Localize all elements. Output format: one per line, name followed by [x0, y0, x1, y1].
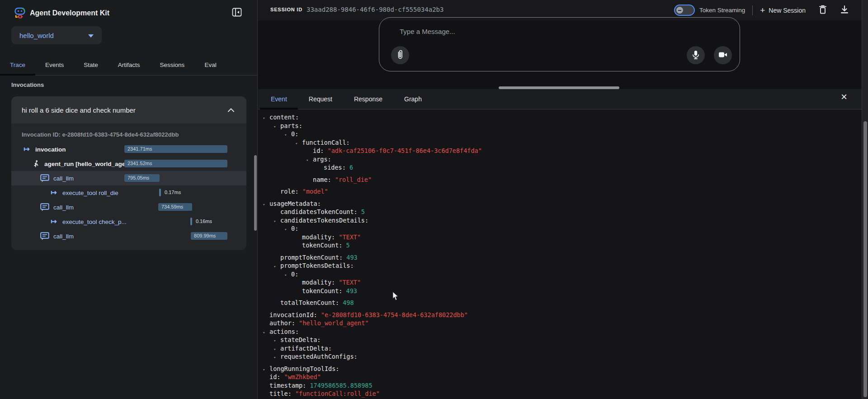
- sidebar-tab-bar: TraceEventsStateArtifactsSessionsEval: [0, 55, 257, 76]
- json-key: role:: [280, 188, 302, 195]
- detail-tab-response[interactable]: Response: [343, 89, 393, 109]
- span-timeline: 795.05ms: [124, 174, 227, 182]
- duration-label: 0.17ms: [165, 189, 181, 196]
- json-value: "wmZhkbed": [284, 373, 321, 380]
- duration-bar: 734.59ms: [158, 203, 192, 211]
- attach-file-button[interactable]: [391, 46, 409, 64]
- new-session-button[interactable]: + New Session: [760, 6, 806, 14]
- close-panel-button[interactable]: ×: [841, 91, 847, 102]
- app-select-dropdown[interactable]: hello_world: [11, 26, 102, 44]
- trace-span-row[interactable]: ↦execute_tool roll_die0.17ms: [11, 185, 246, 200]
- invocation-id: Invocation ID: e-2808fd10-6383-4754-8de4…: [22, 131, 246, 138]
- sidebar-tab-eval[interactable]: Eval: [194, 55, 226, 75]
- json-key: candidatesTokensDetails:: [280, 217, 368, 224]
- json-line: modality: "TEXT": [258, 278, 862, 287]
- collapse-sidebar-button[interactable]: [231, 7, 243, 19]
- chevron-down-icon: [88, 31, 94, 39]
- json-value: "functionCall:roll_die": [295, 390, 380, 397]
- trace-span-row[interactable]: call_llm809.99ms: [11, 229, 246, 243]
- page-scrollbar-thumb[interactable]: [863, 121, 867, 397]
- collapse-triangle-icon[interactable]: ▾: [274, 262, 280, 271]
- span-label: call_llm: [53, 233, 74, 240]
- span-label: call_llm: [53, 175, 74, 182]
- trace-span-row[interactable]: ↦execute_tool check_p...0.16ms: [11, 214, 246, 229]
- json-line: ▾usageMetadata:: [258, 200, 862, 208]
- invocation-title: hi roll a 6 side dice and check number: [22, 106, 136, 114]
- json-line: ▾args:: [258, 155, 862, 164]
- json-line: modality: "TEXT": [258, 233, 862, 242]
- collapse-triangle-icon[interactable]: ▾: [263, 200, 269, 209]
- json-key: requestedAuthConfigs:: [280, 353, 358, 360]
- message-input[interactable]: [400, 28, 671, 35]
- json-key: author:: [269, 319, 299, 327]
- enter-arrow-icon: ↦: [49, 218, 59, 225]
- sidebar-tab-artifacts[interactable]: Artifacts: [108, 55, 150, 75]
- video-camera-button[interactable]: [714, 46, 732, 64]
- invocation-card-body: Invocation ID: e-2808fd10-6383-4754-8de4…: [11, 131, 246, 243]
- json-line: tokenCount: 493: [258, 287, 862, 295]
- json-key: invocationId:: [269, 311, 321, 318]
- collapse-triangle-icon[interactable]: ▾: [274, 217, 280, 226]
- collapse-triangle-icon[interactable]: ▾: [295, 139, 302, 148]
- json-key: actions:: [269, 328, 299, 335]
- collapse-triangle-icon[interactable]: ▾: [284, 131, 291, 139]
- json-key: promptTokenCount:: [280, 254, 346, 261]
- span-timeline: 734.59ms: [124, 203, 227, 211]
- duration-label: 0.16ms: [196, 218, 212, 225]
- json-key: promptTokensDetails:: [280, 262, 354, 269]
- json-line: ▾actions:: [258, 328, 862, 336]
- token-streaming-toggle[interactable]: [674, 5, 695, 16]
- collapse-triangle-icon[interactable]: ▾: [274, 353, 280, 362]
- span-timeline: 2341.52ms: [124, 160, 227, 168]
- json-key: 0:: [291, 225, 298, 232]
- trace-span-row[interactable]: agent_run [hello_world_agent]2341.52ms: [11, 157, 246, 171]
- collapse-triangle-icon[interactable]: ▾: [263, 114, 269, 123]
- adk-logo-icon: [13, 6, 27, 22]
- collapse-triangle-icon[interactable]: ▾: [274, 337, 280, 345]
- sidebar-tab-state[interactable]: State: [74, 55, 108, 75]
- microphone-button[interactable]: [687, 46, 705, 64]
- collapse-triangle-icon[interactable]: ▾: [284, 271, 291, 280]
- json-line: ▾functionCall:: [258, 138, 862, 147]
- sidebar-tab-sessions[interactable]: Sessions: [150, 55, 195, 75]
- span-label: agent_run [hello_world_agent]: [44, 161, 133, 167]
- trace-span-row[interactable]: call_llm734.59ms: [11, 200, 246, 214]
- json-key: tokenCount:: [302, 242, 346, 249]
- invocation-card-header[interactable]: hi roll a 6 side dice and check number: [11, 96, 246, 124]
- sidebar-tab-trace[interactable]: Trace: [0, 55, 35, 75]
- json-line: sides: 6: [258, 163, 862, 172]
- json-key: title:: [269, 390, 295, 397]
- json-line: invocationId: "e-2808fd10-6383-4754-8de4…: [258, 311, 862, 319]
- trace-span-row[interactable]: call_llm795.05ms: [11, 171, 246, 185]
- json-key: args:: [313, 156, 331, 163]
- json-line: ▾parts:: [258, 122, 862, 130]
- trace-span-row[interactable]: ↦invocation2341.71ms: [11, 142, 246, 157]
- json-key: candidatesTokenCount:: [280, 208, 361, 215]
- adk-web-app: Agent Development Kit hello_world TraceE…: [0, 0, 868, 399]
- span-label: execute_tool check_p...: [62, 218, 127, 225]
- collapse-triangle-icon[interactable]: ▾: [284, 225, 291, 234]
- collapse-triangle-icon[interactable]: ▾: [263, 328, 269, 337]
- json-key: id:: [269, 373, 284, 380]
- json-key: modality:: [302, 279, 339, 286]
- collapse-triangle-icon[interactable]: ▾: [306, 156, 313, 165]
- export-session-button[interactable]: [840, 5, 849, 15]
- collapse-triangle-icon[interactable]: ▾: [274, 123, 280, 131]
- detail-tab-graph[interactable]: Graph: [393, 89, 433, 109]
- json-line: id: "adk-caf25106-f0c7-451f-86e4-3c6d7e8…: [258, 147, 862, 155]
- download-icon: [840, 5, 849, 15]
- json-key: stateDelta:: [280, 336, 321, 343]
- json-line: ▾promptTokensDetails:: [258, 261, 862, 270]
- sidebar-tab-events[interactable]: Events: [35, 55, 74, 75]
- detail-tab-event[interactable]: Event: [260, 89, 298, 109]
- json-value: "adk-caf25106-f0c7-451f-86e4-3c6d7e8f4fd…: [328, 147, 482, 154]
- json-line: role: "model": [258, 187, 862, 196]
- plus-icon: +: [760, 6, 765, 14]
- json-line: ▾artifactDelta:: [258, 344, 862, 353]
- json-line: ▾0:: [258, 270, 862, 279]
- json-key: parts:: [280, 122, 302, 129]
- json-value: 493: [346, 287, 357, 294]
- detail-tab-request[interactable]: Request: [298, 89, 343, 109]
- sidebar-scrollbar-thumb[interactable]: [254, 155, 257, 231]
- delete-session-button[interactable]: [818, 5, 827, 16]
